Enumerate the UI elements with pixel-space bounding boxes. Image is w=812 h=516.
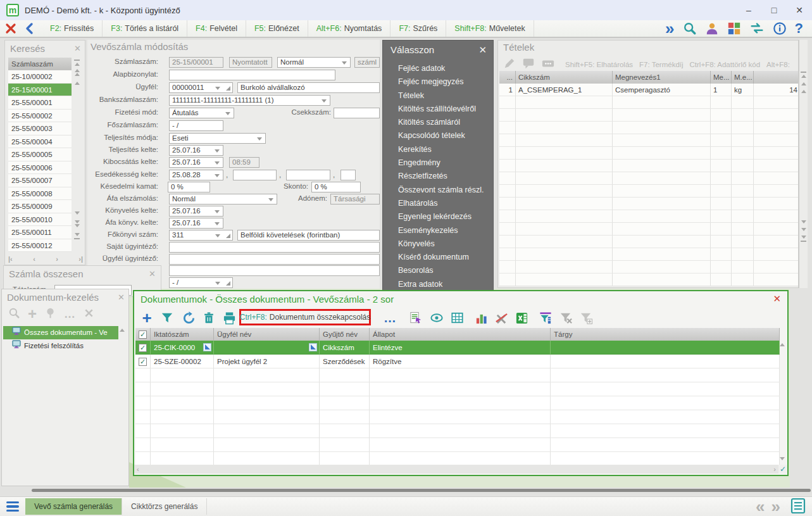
pager-first-button[interactable]: |‹ — [8, 255, 13, 263]
chooser-item[interactable]: Kitöltés szállítólevélről — [398, 103, 490, 116]
filter-edit-icon[interactable] — [538, 310, 553, 325]
invoice-column-header[interactable]: Számlaszám — [8, 58, 72, 70]
ledger-number-combo[interactable]: 311 — [169, 230, 233, 241]
search-panel-close-icon[interactable]: ✕ — [74, 44, 81, 53]
late-interest-field[interactable]: 0 % — [168, 182, 210, 192]
toolbar-button-7[interactable]: Shift+F8:Műveletek — [446, 20, 534, 37]
document-row[interactable]: ✓25-SZE-00002Projekt ügyfél 2Szerződések… — [135, 355, 780, 368]
main-hscrollbar-thumb[interactable] — [32, 489, 811, 492]
extra-combo[interactable]: - / — [169, 277, 233, 288]
sync-icon[interactable] — [749, 20, 765, 37]
lookup-corner-icon[interactable] — [226, 234, 230, 238]
bank-account-combo[interactable]: 11111111-11111111-11111111 (1) — [169, 95, 330, 106]
chooser-item[interactable]: Fejléc megjegyzés — [398, 75, 490, 89]
line-items-header-cell[interactable]: M.e... — [732, 71, 754, 84]
customer-code-combo[interactable]: 00000011 — [169, 82, 233, 93]
toolbar-button-3[interactable]: F4:Felvétel — [187, 20, 246, 37]
check-number-field[interactable] — [334, 108, 380, 118]
customer-agent-field[interactable] — [169, 254, 380, 265]
add-document-icon[interactable]: + — [139, 310, 154, 325]
documents-confirm-icon[interactable]: ✓ — [778, 465, 787, 474]
back-icon[interactable] — [22, 20, 38, 37]
chooser-item[interactable]: Tételek — [398, 89, 490, 103]
edit-corner-badge-icon[interactable] — [309, 343, 317, 351]
info-icon[interactable] — [773, 20, 787, 37]
invoice-list-item[interactable]: 25-55/00012 — [8, 239, 72, 253]
chooser-item[interactable]: Besorolás — [398, 264, 490, 277]
dropdown-arrow-icon[interactable] — [215, 149, 220, 153]
invoice-list-item[interactable]: 25-55/00011 — [8, 226, 72, 239]
booking-date-combo[interactable]: 25.07.16 — [169, 206, 223, 217]
chooser-item[interactable]: Extra adatok — [398, 278, 490, 291]
invoice-list-item[interactable]: 25-55/00005 — [8, 148, 72, 161]
chooser-close-icon[interactable]: ✕ — [478, 44, 487, 56]
grid-view-icon[interactable] — [449, 310, 465, 325]
task-prev-icon[interactable]: « — [756, 500, 765, 513]
dropdown-arrow-icon[interactable] — [215, 222, 220, 225]
menu-hamburger-icon[interactable] — [6, 501, 19, 512]
document-type-item[interactable]: Összes dokumentum - Ve — [3, 326, 118, 339]
toolbar-button-4[interactable]: F5:Előnézet — [246, 20, 308, 37]
invoice-list-item[interactable]: 25-55/00008 — [8, 187, 72, 201]
list-scroll-top-icons[interactable] — [74, 60, 80, 85]
dropdown-arrow-icon[interactable] — [257, 137, 262, 141]
help-icon[interactable]: ? — [795, 20, 803, 37]
documents-hscrollbar[interactable]: ‹ › — [134, 465, 778, 474]
line-items-header-cell[interactable]: Cikkszám — [516, 71, 613, 84]
dropdown-arrow-icon[interactable] — [225, 112, 230, 115]
maximize-button[interactable]: □ — [761, 1, 787, 20]
fulfillment-date-combo[interactable]: 25.07.16 — [169, 145, 223, 156]
customer-name-field[interactable]: Burkoló alvállalkozó — [237, 82, 380, 93]
documents-header-cell[interactable]: Tárgy — [551, 328, 780, 341]
base-document-field[interactable] — [169, 70, 335, 80]
chooser-item[interactable]: Kerekítés — [398, 143, 490, 156]
chooser-item[interactable]: Könyvelés — [398, 237, 490, 251]
vat-booking-date-combo[interactable]: 25.07.16 — [169, 218, 223, 229]
clipped-field[interactable]: száml — [354, 57, 380, 68]
lookup-corner-icon[interactable] — [226, 281, 230, 286]
chooser-item[interactable]: Eseménykezelés — [398, 224, 490, 237]
issue-time-field[interactable]: 08:59 — [229, 157, 259, 168]
abort-icon[interactable] — [0, 20, 22, 37]
task-next-icon[interactable]: » — [771, 500, 780, 513]
own-agent-field[interactable] — [169, 242, 380, 253]
invoice-list-item[interactable]: 25-55/00009 — [8, 200, 72, 213]
due-extra-1[interactable] — [233, 170, 277, 180]
chooser-item[interactable]: Egyenleg lekérdezés — [398, 210, 490, 223]
hscroll-right-icon[interactable]: › — [773, 465, 776, 473]
invoice-total-close-icon[interactable]: ✕ — [149, 269, 156, 279]
line-items-header-cell[interactable]: Megnevezés1 — [613, 71, 711, 84]
line-items-header-cell[interactable] — [754, 71, 799, 84]
documents-header-checkbox[interactable]: ✓ — [135, 328, 151, 341]
more-actions-icon[interactable]: » — [665, 22, 674, 35]
chooser-item[interactable]: Részletfizetés — [398, 170, 490, 183]
documents-header-cell[interactable]: Iktatószám — [151, 328, 214, 341]
report-select-icon[interactable] — [408, 310, 423, 325]
document-list-scroll-icon[interactable] — [120, 329, 125, 332]
lookup-corner-icon[interactable] — [226, 86, 230, 91]
due-date-combo[interactable]: 25.08.28 — [169, 170, 223, 180]
invoice-list-item[interactable]: 25-55/00001 — [8, 96, 72, 110]
documents-scroll-up-icon[interactable] — [780, 343, 785, 346]
dropdown-arrow-icon[interactable] — [215, 282, 220, 285]
documents-header-row[interactable]: ✓IktatószámÜgyfél névGyűjtő névÁllapotTá… — [135, 328, 780, 341]
document-row-checkbox-cell[interactable]: ✓ — [135, 341, 151, 355]
line-items-scrollbar[interactable] — [799, 40, 808, 288]
chooser-item[interactable]: Kapcsolódó tételek — [398, 129, 490, 142]
toolbar-ellipsis-icon[interactable]: … — [382, 310, 397, 325]
list-scroll-bottom-icons[interactable] — [74, 211, 80, 239]
dropdown-arrow-icon[interactable] — [322, 99, 327, 103]
dropdown-arrow-icon[interactable] — [342, 61, 347, 65]
taskbar-tab[interactable]: Vevő számla generálás — [25, 498, 122, 515]
invoice-list-item[interactable]: 25-55/00003 — [8, 122, 72, 135]
close-button[interactable]: ✕ — [787, 1, 812, 20]
invoice-list-item[interactable]: 25-15/00001 — [8, 84, 72, 97]
invoice-type-combo[interactable]: Normál — [277, 57, 351, 68]
ledger-name-field[interactable]: Belföldi követelések (forintban) — [237, 230, 380, 241]
excel-export-icon[interactable] — [514, 310, 529, 325]
invoice-number-field[interactable]: 25-15/00001 — [169, 57, 223, 68]
checkbox-checked-icon[interactable]: ✓ — [139, 358, 147, 366]
link-documents-button[interactable]: Ctrl+F8: Dokumentum összekapcsolás — [239, 309, 371, 325]
payment-method-combo[interactable]: Átutalás — [169, 108, 234, 118]
pager-next-button[interactable]: › — [56, 255, 58, 263]
